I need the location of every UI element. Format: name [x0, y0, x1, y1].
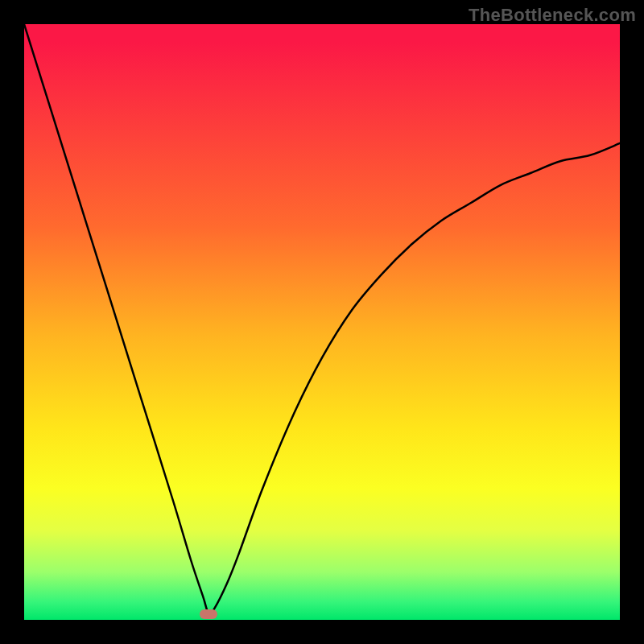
chart-frame: TheBottleneck.com: [0, 0, 644, 644]
plot-area: [24, 24, 620, 620]
watermark-text: TheBottleneck.com: [469, 5, 636, 26]
bottleneck-curve: [24, 24, 620, 620]
optimum-marker: [200, 609, 217, 619]
